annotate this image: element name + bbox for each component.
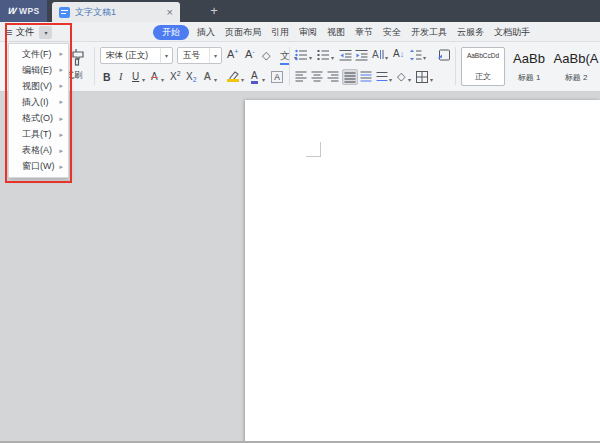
wps-logo-icon: W <box>7 6 17 16</box>
menu-item-table[interactable]: 表格(A) ▸ <box>9 143 68 158</box>
ribbon-tab-home[interactable]: 开始 <box>153 25 189 40</box>
distribute-button[interactable] <box>360 71 372 82</box>
document-tab[interactable]: 文字文稿1 × <box>52 2 180 22</box>
ribbon-tab-page-layout[interactable]: 页面布局 <box>220 22 266 42</box>
hamburger-icon: ≡ <box>6 26 12 38</box>
paragraph-layout-button[interactable] <box>437 49 450 61</box>
style-card-normal[interactable]: AaBbCcDd 正文 <box>461 47 505 86</box>
menu-item-label: 文件(F) <box>22 48 52 61</box>
font-size-value: 五号 <box>178 50 209 62</box>
character-border-button[interactable]: A <box>271 71 283 83</box>
underline-button[interactable]: U <box>132 71 139 82</box>
borders-button[interactable] <box>416 71 428 83</box>
align-right-button[interactable] <box>327 71 339 82</box>
highlight-color-button[interactable] <box>227 71 239 81</box>
bold-button[interactable]: B <box>103 71 111 83</box>
font-size-select[interactable]: 五号 ▾ <box>177 47 222 64</box>
document-canvas <box>0 92 600 443</box>
sort-glyph: A <box>393 48 400 59</box>
file-menu-caret-button[interactable]: ▾ <box>39 26 52 39</box>
highlight-color-swatch <box>227 79 239 82</box>
menu-item-window[interactable]: 窗口(W) ▸ <box>9 159 68 174</box>
sort-button[interactable]: A↓ <box>393 48 404 59</box>
document-tab-title: 文字文稿1 <box>75 6 160 19</box>
margin-corner-mark <box>306 142 321 157</box>
grow-font-button[interactable]: A+ <box>227 48 238 60</box>
group-separator <box>94 47 95 85</box>
underline-caret[interactable]: ▾ <box>142 76 145 83</box>
submenu-arrow-icon: ▸ <box>59 115 63 123</box>
ribbon-tab-doc-assistant[interactable]: 文档助手 <box>489 22 535 42</box>
line-spacing-caret[interactable]: ▾ <box>423 54 426 61</box>
submenu-arrow-icon: ▸ <box>59 66 63 74</box>
document-icon <box>59 7 70 18</box>
ribbon-tab-developer[interactable]: 开发工具 <box>406 22 452 42</box>
paragraph-spacing-button[interactable] <box>376 71 388 82</box>
style-card-heading2[interactable]: AaBb(A 标题 2 <box>552 47 600 86</box>
text-direction-button[interactable]: A <box>371 48 384 61</box>
ribbon-tab-bar: 开始 插入 页面布局 引用 审阅 视图 章节 安全 开发工具 云服务 文档助手 <box>153 22 535 42</box>
chevron-down-icon: ▾ <box>44 29 47 36</box>
italic-button[interactable]: I <box>119 71 123 82</box>
superscript-button[interactable]: X2 <box>170 71 181 82</box>
menu-item-edit[interactable]: 编辑(E) ▸ <box>9 63 68 78</box>
menubar: ≡ 文件 ▾ ↶ ↷ ▾ 开始 插入 页面布局 引用 审阅 视图 章节 安全 开… <box>0 22 600 42</box>
bullet-list-caret[interactable]: ▾ <box>309 54 312 61</box>
menu-item-tools[interactable]: 工具(T) ▸ <box>9 127 68 142</box>
grow-font-glyph: A <box>227 48 234 60</box>
text-effect-button[interactable]: A <box>204 71 211 82</box>
ribbon-tab-insert[interactable]: 插入 <box>192 22 220 42</box>
menu-item-file[interactable]: 文件(F) ▸ <box>9 47 68 62</box>
menu-item-insert[interactable]: 插入(I) ▸ <box>9 95 68 110</box>
new-tab-button[interactable]: + <box>204 1 224 21</box>
submenu-arrow-icon: ▸ <box>59 50 63 58</box>
style-card-heading1[interactable]: AaBb 标题 1 <box>508 47 550 86</box>
ribbon-tab-security[interactable]: 安全 <box>378 22 406 42</box>
highlight-color-caret[interactable]: ▾ <box>241 76 244 83</box>
strikethrough-caret[interactable]: ▾ <box>161 76 164 83</box>
subscript-glyph: X <box>186 71 193 82</box>
ribbon-tab-view[interactable]: 视图 <box>322 22 350 42</box>
paragraph-spacing-caret[interactable]: ▾ <box>389 76 392 83</box>
bullet-list-button[interactable] <box>295 49 308 61</box>
font-color-button[interactable]: A <box>251 71 258 84</box>
svg-text:A: A <box>372 49 379 60</box>
chevron-down-icon: ▾ <box>160 48 172 63</box>
numbered-list-caret[interactable]: ▾ <box>331 54 334 61</box>
ribbon-tab-review[interactable]: 审阅 <box>294 22 322 42</box>
borders-caret[interactable]: ▾ <box>430 76 433 83</box>
shading-caret[interactable]: ▾ <box>408 76 411 83</box>
font-name-select[interactable]: 宋体 (正文) ▾ <box>100 47 173 64</box>
numbered-list-button[interactable] <box>317 49 330 61</box>
style-preview: AaBb <box>513 51 545 66</box>
tab-close-icon[interactable]: × <box>160 6 180 18</box>
decrease-indent-button[interactable] <box>339 49 352 61</box>
style-label: 标题 1 <box>518 72 541 83</box>
document-page[interactable] <box>245 100 600 443</box>
shrink-font-button[interactable]: A- <box>245 48 255 60</box>
increase-indent-button[interactable] <box>355 49 368 61</box>
ribbon-tab-section[interactable]: 章节 <box>350 22 378 42</box>
strikethrough-button[interactable]: A <box>151 71 158 82</box>
text-direction-caret[interactable]: ▾ <box>385 54 388 61</box>
menu-item-format[interactable]: 格式(O) ▸ <box>9 111 68 126</box>
shading-diamond-icon: ◇ <box>397 70 405 83</box>
wps-menu-button[interactable]: W WPS <box>0 0 47 22</box>
shading-button[interactable]: ◇ <box>397 70 405 83</box>
ribbon-tab-references[interactable]: 引用 <box>266 22 294 42</box>
subscript-mark: 2 <box>193 76 197 83</box>
format-painter-button[interactable] <box>68 47 88 67</box>
align-left-button[interactable] <box>295 71 307 82</box>
menu-item-view[interactable]: 视图(V) ▸ <box>9 79 68 94</box>
subscript-button[interactable]: X2 <box>186 71 197 82</box>
file-menu-button[interactable]: ≡ 文件 ▾ <box>6 22 52 42</box>
ribbon-tab-cloud[interactable]: 云服务 <box>452 22 489 42</box>
menu-item-label: 工具(T) <box>22 128 52 141</box>
text-effect-caret[interactable]: ▾ <box>214 76 217 83</box>
justify-button[interactable] <box>342 69 358 85</box>
group-separator <box>455 47 456 85</box>
align-center-button[interactable] <box>311 71 323 82</box>
line-spacing-button[interactable] <box>409 49 422 61</box>
font-color-caret[interactable]: ▾ <box>262 76 265 83</box>
clear-format-button[interactable]: ◇ <box>262 49 270 62</box>
